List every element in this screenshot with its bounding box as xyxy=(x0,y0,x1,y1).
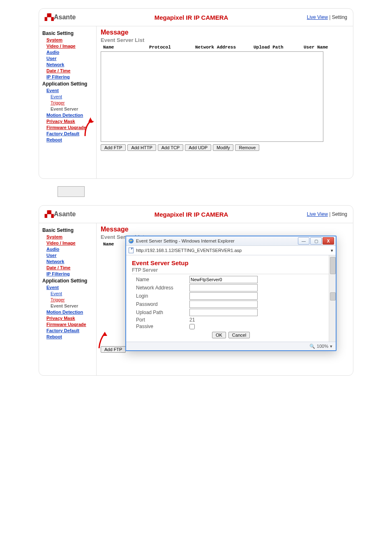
product-title: Megapixel IR IP CAMERA xyxy=(76,14,307,21)
nav-trigger[interactable]: Trigger xyxy=(51,297,94,302)
ie-icon xyxy=(129,238,134,243)
ok-button[interactable]: OK xyxy=(212,332,226,338)
nav-event-sub[interactable]: Event xyxy=(51,291,94,296)
panel-header: ▞▚ Asante Megapixel IR IP CAMERA Live Vi… xyxy=(39,9,353,26)
product-title: Megapixel IR IP CAMERA xyxy=(76,211,307,218)
zoom-dropdown-icon[interactable]: ▾ xyxy=(330,344,332,349)
setting-link[interactable]: Setting xyxy=(332,14,347,20)
label-name: Name xyxy=(132,277,189,282)
brand-name: Asante xyxy=(54,210,76,218)
url-dropdown-icon[interactable]: ▾ xyxy=(331,248,333,253)
nav-system[interactable]: System xyxy=(46,37,94,42)
brand-logo: ▞▚ Asante xyxy=(45,210,76,218)
input-upload-path[interactable] xyxy=(189,309,258,316)
popup-urlbar: http://192.168.1.12/SETTING_EVENTSERVER1… xyxy=(126,246,336,255)
nav-motion-detection[interactable]: Motion Detection xyxy=(46,310,94,314)
zoom-icon[interactable]: 🔍 xyxy=(309,344,315,349)
event-server-setup-popup: Event Server Setting - Windows Internet … xyxy=(125,236,337,351)
nav-ip-filtering[interactable]: IP Filtering xyxy=(46,271,94,276)
add-ftp-button[interactable]: Add FTP xyxy=(101,346,126,353)
popup-window-title: Event Server Setting - Windows Internet … xyxy=(136,238,298,243)
nav-network[interactable]: Network xyxy=(46,259,94,264)
value-port: 21 xyxy=(189,317,195,323)
scroll-thumb[interactable] xyxy=(330,292,336,301)
nav-system[interactable]: System xyxy=(46,234,94,239)
col-protocol: Protocol xyxy=(147,44,193,51)
input-name[interactable] xyxy=(189,276,258,283)
header-links: Live View | Setting xyxy=(307,14,347,20)
label-passive: Passive xyxy=(132,324,189,329)
panel-header: ▞▚ Asante Megapixel IR IP CAMERA Live Vi… xyxy=(39,206,353,223)
nav-firmware-upgrade[interactable]: Firmware Upgrade xyxy=(46,322,94,327)
nav-privacy-mask[interactable]: Privacy Mask xyxy=(46,316,94,321)
nav-privacy-mask[interactable]: Privacy Mask xyxy=(46,119,94,124)
event-server-table: Name Protocol Network Address Upload Pat… xyxy=(101,44,349,51)
scroll-thumb[interactable] xyxy=(330,257,336,274)
nav-application-setting: Application Setting xyxy=(42,81,94,87)
nav-application-setting: Application Setting xyxy=(42,278,94,284)
setup-title: Event Server Setup xyxy=(132,259,330,266)
popup-scrollbar[interactable] xyxy=(329,255,336,342)
nav-basic-setting: Basic Setting xyxy=(42,30,94,36)
nav-video-image[interactable]: Video / Image xyxy=(46,44,94,49)
settings-panel-1: ▞▚ Asante Megapixel IR IP CAMERA Live Vi… xyxy=(39,8,353,179)
live-view-link[interactable]: Live View xyxy=(307,211,328,217)
nav-motion-detection[interactable]: Motion Detection xyxy=(46,113,94,118)
section-title: Event Server List xyxy=(101,37,349,43)
nav-basic-setting: Basic Setting xyxy=(42,227,94,233)
settings-panel-2: ▞▚ Asante Megapixel IR IP CAMERA Live Vi… xyxy=(39,205,353,376)
add-http-button[interactable]: Add HTTP xyxy=(127,144,156,151)
col-network-address: Network Address xyxy=(193,44,251,51)
add-ftp-button[interactable]: Add FTP xyxy=(101,144,126,151)
nav-reboot[interactable]: Reboot xyxy=(46,137,94,142)
setting-link[interactable]: Setting xyxy=(332,211,347,217)
nav-event-server: Event Server xyxy=(51,106,94,111)
cancel-button[interactable]: Cancel xyxy=(228,332,250,338)
nav-event[interactable]: Event xyxy=(46,88,94,93)
nav-date-time[interactable]: Date / Time xyxy=(46,68,94,73)
nav-event-sub[interactable]: Event xyxy=(51,94,94,99)
event-server-listbox[interactable] xyxy=(101,51,323,142)
popup-titlebar[interactable]: Event Server Setting - Windows Internet … xyxy=(126,236,336,246)
button-row: Add FTP Add HTTP Add TCP Add UDP Modify … xyxy=(101,144,349,151)
modify-button[interactable]: Modify xyxy=(213,144,233,151)
nav-factory-default[interactable]: Factory Default xyxy=(46,328,94,333)
label-network-address: Network Address xyxy=(132,285,189,291)
nav-user[interactable]: User xyxy=(46,253,94,258)
label-login: Login xyxy=(132,293,189,299)
unlabeled-gray-box xyxy=(58,186,85,197)
nav-ip-filtering[interactable]: IP Filtering xyxy=(46,74,94,79)
maximize-button[interactable]: ▢ xyxy=(310,237,322,245)
minimize-button[interactable]: — xyxy=(298,237,309,245)
nav-reboot[interactable]: Reboot xyxy=(46,334,94,339)
col-upload-path: Upload Path xyxy=(251,44,301,51)
message-title: Message xyxy=(101,226,349,233)
input-network-address[interactable] xyxy=(189,284,258,291)
window-controls: — ▢ X xyxy=(298,237,334,245)
brand-name: Asante xyxy=(54,14,76,21)
nav-network[interactable]: Network xyxy=(46,62,94,67)
nav-event[interactable]: Event xyxy=(46,285,94,290)
nav-audio[interactable]: Audio xyxy=(46,247,94,252)
remove-button[interactable]: Remove xyxy=(235,144,259,151)
col-user-name: User Name xyxy=(301,44,349,51)
nav-user[interactable]: User xyxy=(46,56,94,61)
close-button[interactable]: X xyxy=(323,237,334,245)
add-tcp-button[interactable]: Add TCP xyxy=(158,144,183,151)
nav-date-time[interactable]: Date / Time xyxy=(46,265,94,270)
add-udp-button[interactable]: Add UDP xyxy=(185,144,211,151)
nav-video-image[interactable]: Video / Image xyxy=(46,240,94,245)
page-icon xyxy=(129,247,134,253)
input-login[interactable] xyxy=(189,292,258,300)
label-password: Password xyxy=(132,301,189,307)
nav-firmware-upgrade[interactable]: Firmware Upgrade xyxy=(46,125,94,130)
live-view-link[interactable]: Live View xyxy=(307,14,328,20)
popup-client: Event Server Setup FTP Server Name Netwo… xyxy=(126,255,336,342)
brand-logo: ▞▚ Asante xyxy=(45,14,76,21)
input-password[interactable] xyxy=(189,301,258,308)
checkbox-passive[interactable] xyxy=(189,324,195,329)
nav-trigger[interactable]: Trigger xyxy=(51,100,94,105)
zoom-value: 100% xyxy=(317,344,328,349)
nav-audio[interactable]: Audio xyxy=(46,50,94,55)
nav-factory-default[interactable]: Factory Default xyxy=(46,131,94,136)
